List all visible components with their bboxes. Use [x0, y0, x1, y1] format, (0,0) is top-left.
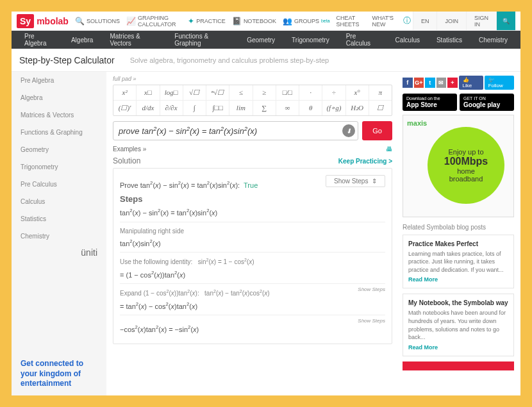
topnav-item[interactable]: WHAT'S NEW: [372, 15, 397, 28]
show-steps-button[interactable]: Show Steps ⇕: [326, 175, 385, 187]
keypad-key[interactable]: (☐)′: [113, 101, 137, 115]
keypad-key[interactable]: ÷: [322, 85, 345, 100]
keypad-key[interactable]: ∂/∂x: [160, 101, 183, 115]
sidebar-item[interactable]: Algebra: [12, 89, 106, 106]
sidebar-item[interactable]: Chemistry: [12, 228, 106, 245]
sidebar-item[interactable]: Trigonometry: [12, 158, 106, 176]
subject-item[interactable]: Statistics: [436, 37, 462, 44]
sidebar-item[interactable]: Pre Algebra: [12, 72, 106, 89]
keypad-key[interactable]: θ: [299, 101, 322, 115]
sidebar-item[interactable]: Geometry: [12, 141, 106, 158]
red-banner[interactable]: [403, 361, 514, 370]
eq-2: tan2(x)sin2(x): [120, 238, 385, 247]
topnav-item[interactable]: 📈GRAPHING CALCULATOR: [126, 15, 181, 28]
topnav-item[interactable]: ⓘ: [403, 15, 413, 26]
lang-button[interactable]: EN: [413, 12, 437, 30]
keypad-key[interactable]: ·: [299, 85, 322, 100]
follow-button[interactable]: 🐦 Follow: [485, 76, 514, 90]
right-column: f G+ t ✉ + 👍 Like 🐦 Follow Download on t…: [399, 72, 520, 395]
keypad-key[interactable]: H₂O: [346, 101, 369, 115]
topnav-item[interactable]: 🔍SOLUTIONS: [75, 17, 120, 26]
solution-box: Show Steps ⇕ Prove tan2(x) − sin2(x) = t…: [113, 168, 392, 344]
title-bar: Step-by-Step Calculator Solve algebra, t…: [12, 49, 520, 72]
like-button[interactable]: 👍 Like: [459, 76, 483, 90]
keypad-key[interactable]: ∑: [253, 101, 276, 115]
show-steps-sub1[interactable]: Show Steps: [358, 287, 385, 292]
topnav-item[interactable]: CHEAT SHEETS: [337, 15, 366, 28]
mail-icon[interactable]: ✉: [436, 78, 447, 88]
logo-part1[interactable]: Sy: [17, 14, 34, 28]
keypad-key[interactable]: ≥: [253, 85, 276, 100]
eq-1: tan2(x) − sin2(x) = tan2(x)sin2(x): [120, 208, 385, 217]
side-ad-brand[interactable]: üniti: [12, 245, 106, 260]
keypad: x²x□log□√☐ⁿ√☐≤≥□⁄□·÷x°π (☐)′d/dx∂/∂x∫∫□□…: [113, 85, 392, 116]
search-icon[interactable]: 🔍: [496, 12, 515, 30]
subject-item[interactable]: Algebra: [71, 37, 93, 44]
side-ad-text[interactable]: Get connected to your kingdom of enterta…: [12, 353, 106, 395]
appstore-button[interactable]: Download on theApp Store: [403, 94, 457, 111]
manip-label: Manipulating right side: [120, 228, 385, 235]
keypad-key[interactable]: ∞: [276, 101, 299, 115]
page: Sy mbolab 🔍SOLUTIONS📈GRAPHING CALCULATOR…: [12, 12, 520, 395]
full-pad-link[interactable]: full pad »: [113, 76, 392, 82]
keypad-key[interactable]: x°: [346, 85, 369, 100]
ad-bubble: Enjoy up to 100Mbps home broadband: [428, 127, 504, 204]
subject-item[interactable]: Chemistry: [479, 37, 508, 44]
subject-item[interactable]: Trigonometry: [292, 37, 329, 44]
sidebar-item[interactable]: Statistics: [12, 210, 106, 228]
keypad-key[interactable]: x□: [137, 85, 160, 100]
blog-title: Practice Makes Perfect: [408, 240, 508, 247]
read-more-link[interactable]: Read More: [408, 344, 508, 351]
googleplus-icon[interactable]: G+: [414, 78, 424, 88]
read-more-link[interactable]: Read More: [408, 276, 508, 283]
signin-button[interactable]: SIGN IN: [466, 12, 496, 30]
keypad-key[interactable]: √☐: [183, 85, 206, 100]
mic-icon[interactable]: ⬇: [342, 124, 355, 137]
sidebar-item[interactable]: Calculus: [12, 193, 106, 210]
identity-label: Use the following identity: sin2(x) = 1 …: [120, 258, 385, 265]
sidebar-item[interactable]: Matrices & Vectors: [12, 106, 106, 124]
keypad-key[interactable]: x²: [113, 85, 137, 100]
go-button[interactable]: Go: [362, 121, 392, 140]
keypad-key[interactable]: ∫□□: [206, 101, 229, 115]
subject-item[interactable]: Pre Calculus: [346, 33, 379, 47]
topnav-item[interactable]: 👥GROUPSbeta: [283, 17, 330, 26]
keypad-key[interactable]: ∫: [183, 101, 206, 115]
keypad-key[interactable]: lim: [229, 101, 253, 115]
logo-part2[interactable]: mbolab: [37, 16, 69, 26]
topnav-item[interactable]: ✦PRACTICE: [188, 17, 226, 26]
subject-item[interactable]: Calculus: [395, 37, 420, 44]
subject-item[interactable]: Geometry: [247, 37, 275, 44]
keypad-key[interactable]: log□: [160, 85, 183, 100]
twitter-icon[interactable]: t: [425, 78, 435, 88]
blog-body: Learning math takes practice, lots of pr…: [408, 250, 508, 274]
examples-link[interactable]: Examples »: [113, 145, 146, 153]
subject-item[interactable]: Matrices & Vectors: [110, 33, 158, 47]
sidebar-item[interactable]: Pre Calculus: [12, 176, 106, 193]
eq-4: = tan2(x) − cos2(x)tan2(x): [120, 301, 385, 310]
facebook-icon[interactable]: f: [403, 78, 413, 88]
ad-box[interactable]: maxis Enjoy up to 100Mbps home broadband: [403, 115, 514, 217]
subject-item[interactable]: Functions & Graphing: [174, 33, 230, 47]
keypad-key[interactable]: ⁿ√☐: [206, 85, 229, 100]
sidebar-item[interactable]: Functions & Graphing: [12, 124, 106, 141]
keypad-key[interactable]: (f∘g): [322, 101, 345, 115]
join-button[interactable]: JOIN: [436, 12, 466, 30]
plus-icon[interactable]: +: [447, 78, 458, 88]
body: Pre AlgebraAlgebraMatrices & VectorsFunc…: [12, 72, 520, 395]
top-nav: 🔍SOLUTIONS📈GRAPHING CALCULATOR✦PRACTICE📓…: [75, 15, 413, 28]
subject-item[interactable]: Pre Algebra: [24, 33, 54, 47]
show-steps-sub2[interactable]: Show Steps: [358, 318, 385, 324]
keypad-key[interactable]: ☐: [369, 101, 392, 115]
subjects-bar: Pre AlgebraAlgebraMatrices & VectorsFunc…: [12, 31, 520, 49]
sidebar: Pre AlgebraAlgebraMatrices & VectorsFunc…: [12, 72, 106, 395]
keypad-key[interactable]: ≤: [229, 85, 253, 100]
print-icon[interactable]: 🖶: [386, 145, 392, 153]
topnav-item[interactable]: 📓NOTEBOOK: [232, 17, 276, 26]
keypad-key[interactable]: π: [369, 85, 392, 100]
googleplay-button[interactable]: GET IT ONGoogle play: [460, 94, 514, 111]
expression-input[interactable]: prove tan2(x) − sin2(x) = tan2(x)sin2(x)…: [113, 121, 358, 140]
keep-practicing-link[interactable]: Keep Practicing >: [338, 158, 392, 165]
keypad-key[interactable]: □⁄□: [276, 85, 299, 100]
keypad-key[interactable]: d/dx: [137, 101, 160, 115]
